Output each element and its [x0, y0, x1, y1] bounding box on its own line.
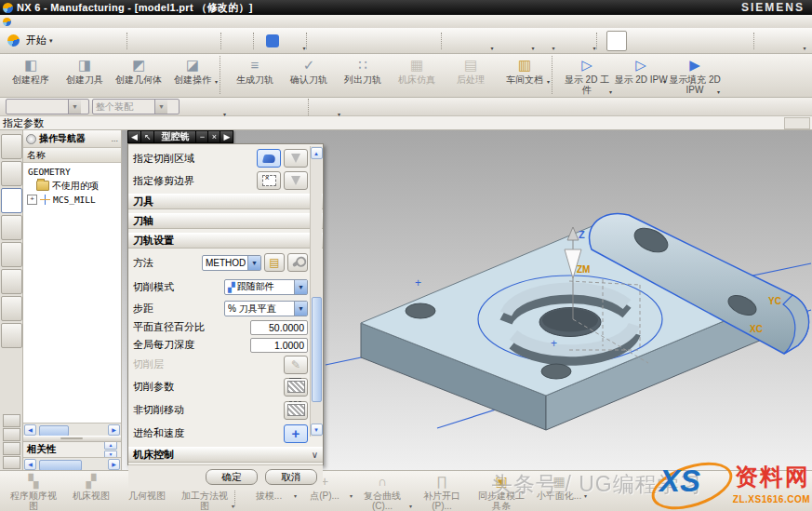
show-filled-2d-ipw-button[interactable]: ▶ 显示填充 2D IPW — [668, 54, 722, 95]
curve-select-button[interactable] — [286, 98, 304, 116]
delete-button[interactable] — [198, 32, 217, 50]
dependencies-hscrollbar[interactable]: ◀ ▶ — [23, 457, 121, 470]
navigator-more-button[interactable]: ... — [111, 134, 118, 143]
history-tab[interactable] — [1, 323, 22, 348]
feeds-speeds-button[interactable]: + — [284, 424, 308, 443]
machining-wizard-tab[interactable] — [1, 215, 22, 240]
show-2d-ipw-button[interactable]: ▷ 显示 2D IPW — [614, 54, 668, 85]
collapse-all-button[interactable] — [3, 414, 20, 427]
tool-axis-section-header[interactable]: 刀轴 ∨ — [128, 213, 323, 229]
orient-view-button[interactable] — [553, 32, 572, 50]
scroll-up-icon[interactable]: ▲ — [311, 147, 323, 159]
view-style-button[interactable] — [472, 32, 490, 50]
orient-view-iso-button[interactable] — [574, 32, 592, 50]
cancel-button[interactable]: 取消 — [265, 469, 317, 485]
toolbar-button[interactable] — [306, 33, 313, 49]
information-button[interactable] — [266, 34, 279, 47]
cut-levels-button[interactable]: ✎ — [284, 356, 308, 374]
dialog-title[interactable]: 型腔铣 — [153, 130, 195, 143]
navigator-hscrollbar[interactable]: ◀ ▶ — [23, 423, 121, 436]
snap-settings-button[interactable] — [731, 32, 750, 50]
toolbar-button[interactable] — [220, 33, 227, 49]
expand-icon[interactable]: + — [27, 195, 37, 205]
point-dialog-button[interactable] — [670, 32, 688, 50]
machine-control-section-header[interactable]: 机床控制 ∨ — [128, 447, 323, 463]
depth-per-cut-field[interactable]: 1.0000 — [250, 338, 308, 353]
start-button[interactable]: 开始 ▾ — [2, 32, 59, 49]
generate-toolpath-button[interactable]: ≡ 生成刀轨 — [228, 54, 282, 85]
shaded-solid-button[interactable] — [339, 98, 357, 116]
save-button[interactable] — [104, 32, 123, 50]
scroll-thumb[interactable] — [39, 425, 69, 437]
scroll-left-icon[interactable]: ◀ — [24, 459, 36, 470]
rectangle-select-button[interactable] — [318, 98, 337, 116]
tree-row-geometry[interactable]: GEOMETRY — [25, 165, 121, 179]
scroll-down-button[interactable] — [3, 442, 20, 455]
name-column-header[interactable]: 名称 — [23, 148, 121, 163]
selection-scope-combo[interactable]: 整个装配 ▼ — [92, 99, 180, 114]
assembly-navigator-tab[interactable] — [1, 134, 22, 159]
quick-pick-button[interactable] — [649, 32, 668, 50]
snapshot-button[interactable] — [419, 32, 437, 50]
toolbar-button[interactable] — [596, 33, 603, 49]
create-program-button[interactable]: ◧ 创建程序 — [4, 54, 58, 85]
dependencies-header[interactable]: 相关性 ▲ ▼ — [23, 442, 121, 457]
create-operation-button[interactable]: ◪ 创建操作 — [166, 54, 220, 85]
dialog-prev-button[interactable]: ◀ — [127, 130, 140, 143]
dialog-pointer-icon[interactable]: ↖ — [140, 130, 154, 143]
panel-splitter[interactable] — [23, 436, 121, 442]
open-button[interactable] — [84, 32, 102, 50]
display-trim-boundary-button[interactable] — [284, 171, 308, 190]
select-cursor-button[interactable] — [711, 32, 729, 50]
toolbar-button[interactable] — [441, 33, 447, 49]
edit-method-button[interactable]: ▤ — [264, 253, 285, 272]
method-combo[interactable]: METHOD ▼ — [202, 255, 261, 271]
new-file-button[interactable] — [63, 32, 82, 50]
path-settings-section-header[interactable]: 刀轨设置 ∧ — [128, 233, 323, 249]
fit-view-button[interactable] — [316, 32, 335, 50]
ok-button[interactable]: 确定 — [206, 469, 258, 485]
toolbar-button[interactable] — [126, 33, 133, 49]
list-toolpath-button[interactable]: ∷ 列出刀轨 — [336, 54, 390, 85]
zoom-window-button[interactable] — [337, 32, 355, 50]
paste-button[interactable] — [178, 32, 196, 50]
measure-angle-button[interactable] — [784, 32, 803, 50]
composite-curve-button[interactable]: ∩ 复合曲线(C)... — [353, 471, 412, 511]
window-style-button[interactable] — [533, 32, 552, 50]
scene-materials-tab[interactable] — [1, 296, 22, 321]
dialog-next-button[interactable]: ▶ — [220, 130, 233, 143]
select-cut-area-button[interactable] — [257, 149, 281, 168]
cut-pattern-combo[interactable]: ▞ 跟随部件 ▼ — [224, 279, 308, 295]
snap-midpoint-button[interactable] — [690, 32, 709, 50]
background-button[interactable] — [512, 32, 531, 50]
operation-navigator-tab[interactable] — [1, 188, 22, 213]
render-style-button[interactable] — [492, 32, 511, 50]
flat-diameter-field[interactable]: 50.0000 — [250, 320, 308, 335]
tree-row-mcs-mill[interactable]: + MCS_MILL — [25, 193, 121, 207]
constraint-navigator-tab[interactable] — [1, 161, 22, 186]
cut-parameters-button[interactable] — [284, 378, 308, 397]
dialog-minimize-button[interactable]: − — [195, 130, 207, 143]
facet-body-button[interactable]: ▦ 小平面化... — [531, 471, 587, 501]
patch-opening-button[interactable]: ∏ 补片开口(P)... — [412, 471, 472, 511]
method-tools-button[interactable] — [287, 253, 308, 272]
select-trim-boundary-button[interactable] — [257, 171, 281, 190]
dialog-scrollbar[interactable]: ▲ ▼ — [310, 146, 322, 437]
scroll-right-icon[interactable]: ▶ — [108, 424, 120, 436]
highlight-body-button[interactable] — [245, 98, 263, 116]
scroll-right-icon[interactable]: ▶ — [108, 459, 120, 470]
zoom-in-button[interactable] — [378, 32, 396, 50]
scroll-left-icon[interactable]: ◀ — [24, 424, 36, 436]
scroll-down-icon[interactable]: ▼ — [311, 424, 323, 436]
roles-tab[interactable] — [1, 269, 22, 294]
scroll-thumb[interactable] — [39, 460, 82, 471]
create-geometry-button[interactable]: ◩ 创建几何体 — [112, 54, 166, 85]
refresh-view-button[interactable] — [398, 32, 417, 50]
shaded-view-button[interactable] — [451, 32, 470, 50]
reuse-library-tab[interactable] — [1, 242, 22, 267]
create-tool-button[interactable]: ◨ 创建刀具 — [58, 54, 112, 85]
magnify-button[interactable] — [357, 32, 376, 50]
verify-toolpath-button[interactable]: ✓ 确认刀轨 — [282, 54, 336, 85]
measure-distance-button[interactable] — [764, 32, 782, 50]
tool-section-header[interactable]: 刀具 ∨ — [128, 194, 323, 209]
